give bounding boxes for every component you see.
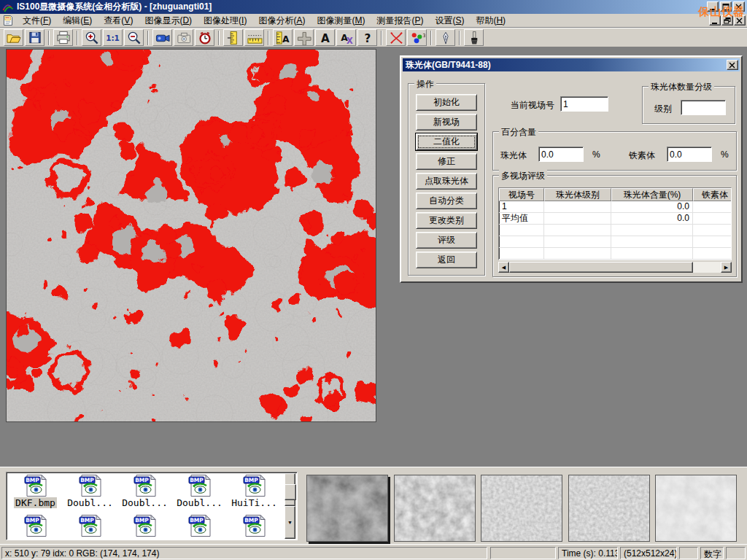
table-row-1[interactable]: 平均值0.0 bbox=[499, 213, 731, 225]
ferrite-percent-input[interactable] bbox=[667, 147, 712, 162]
dialog-close-button[interactable] bbox=[727, 60, 738, 70]
mdi-restore-button[interactable] bbox=[721, 15, 733, 26]
file-item-1[interactable]: BMP Doubl... bbox=[63, 474, 117, 508]
pen-button[interactable] bbox=[436, 29, 455, 46]
file-item-4[interactable]: BMP HuiTi... bbox=[227, 474, 282, 508]
op-button-2[interactable]: 二值化 bbox=[416, 133, 477, 150]
scroll-down-button[interactable]: ▼ bbox=[285, 506, 295, 539]
table-row-4[interactable] bbox=[499, 248, 731, 260]
file-item-row2-1[interactable]: BMP bbox=[63, 514, 117, 537]
menu-item-1[interactable]: 编辑(E) bbox=[57, 14, 98, 28]
thumbnail-4[interactable] bbox=[568, 475, 650, 542]
text-button[interactable]: A bbox=[315, 29, 335, 46]
actual-size-button[interactable]: 1:1 bbox=[103, 29, 123, 46]
video-camera-button[interactable] bbox=[152, 29, 172, 46]
open-button[interactable] bbox=[4, 29, 23, 46]
status-dimensions: (512x512x24) bbox=[620, 547, 677, 559]
save-button[interactable] bbox=[25, 29, 44, 46]
multifield-group: 多视场评级 视场号珠光体级别珠光体含量(%)铁素体 10.0平均值0.0 ◀ ▶ bbox=[492, 175, 737, 277]
file-item-2[interactable]: BMP Doubl... bbox=[117, 474, 172, 508]
maximize-button[interactable] bbox=[720, 1, 732, 12]
column-header-2[interactable]: 珠光体含量(%) bbox=[611, 188, 693, 201]
grading-table-body: 10.0平均值0.0 bbox=[499, 201, 731, 260]
column-header-1[interactable]: 珠光体级别 bbox=[544, 188, 611, 201]
file-item-row2-2[interactable]: BMP bbox=[117, 514, 172, 537]
op-button-4[interactable]: 点取珠光体 bbox=[416, 173, 477, 190]
menu-item-4[interactable]: 图像处理(I) bbox=[198, 14, 252, 28]
table-row-0[interactable]: 10.0 bbox=[499, 201, 731, 213]
table-row-3[interactable] bbox=[499, 236, 731, 248]
file-item-0[interactable]: BMP DKF.bmp bbox=[8, 474, 63, 508]
minimize-button[interactable] bbox=[707, 1, 719, 12]
mdi-close-button[interactable] bbox=[734, 15, 746, 26]
vscroll-thumb[interactable] bbox=[285, 484, 296, 500]
menu-item-8[interactable]: 设置(S) bbox=[429, 14, 470, 28]
svg-text:BMP: BMP bbox=[80, 517, 94, 524]
pearlite-percent-input[interactable] bbox=[538, 147, 584, 162]
hscroll-track[interactable] bbox=[693, 262, 721, 273]
file-item-row2-3[interactable]: BMP bbox=[172, 514, 227, 537]
thumbnail-2[interactable] bbox=[394, 475, 476, 542]
print-button[interactable] bbox=[53, 29, 73, 46]
mdi-minimize-button[interactable] bbox=[709, 15, 721, 26]
toolbar-separator bbox=[430, 31, 432, 45]
menu-item-7[interactable]: 测量报告(P) bbox=[371, 14, 429, 28]
bmp-file-icon: BMP bbox=[133, 514, 158, 537]
op-button-7[interactable]: 评级 bbox=[416, 232, 477, 249]
menu-item-6[interactable]: 图像测量(M) bbox=[311, 14, 371, 28]
zoom-out-button[interactable] bbox=[124, 29, 144, 46]
file-item-row2-4[interactable]: BMP bbox=[227, 514, 282, 537]
brush-button[interactable] bbox=[464, 29, 484, 46]
brush-icon bbox=[466, 31, 482, 45]
op-button-0[interactable]: 初始化 bbox=[416, 94, 477, 111]
scroll-right-button[interactable]: ▶ bbox=[721, 262, 732, 273]
file-item-row2-0[interactable]: BMP bbox=[8, 514, 63, 537]
table-hscrollbar[interactable]: ◀ ▶ bbox=[498, 262, 732, 273]
op-button-8[interactable]: 返回 bbox=[416, 252, 477, 268]
dialog-title-bar[interactable]: 珠光体(GB/T9441-88) bbox=[403, 58, 740, 71]
move-button[interactable] bbox=[294, 29, 314, 46]
classify-dots-button[interactable]: 3 bbox=[407, 29, 427, 46]
caliper-button[interactable] bbox=[223, 29, 243, 46]
text-style-button[interactable]: AX bbox=[336, 29, 356, 46]
caliper-icon bbox=[225, 31, 241, 45]
measure-text-button[interactable]: A bbox=[273, 29, 293, 46]
menu-item-5[interactable]: 图像分析(A) bbox=[252, 14, 311, 28]
column-header-0[interactable]: 视场号 bbox=[499, 188, 544, 201]
op-button-5[interactable]: 自动分类 bbox=[416, 192, 477, 209]
op-button-1[interactable]: 新视场 bbox=[416, 114, 477, 131]
micrograph-canvas[interactable] bbox=[6, 49, 376, 422]
op-button-3[interactable]: 修正 bbox=[416, 153, 477, 170]
hscroll-thumb[interactable] bbox=[509, 262, 693, 273]
menu-item-0[interactable]: 文件(F) bbox=[17, 14, 57, 28]
delete-mark-button[interactable] bbox=[386, 29, 406, 46]
toolbar-separator bbox=[459, 31, 460, 45]
menu-item-3[interactable]: 图像显示(D) bbox=[139, 14, 198, 28]
svg-text:BMP: BMP bbox=[244, 517, 258, 524]
op-button-6[interactable]: 更改类别 bbox=[416, 212, 477, 229]
scroll-left-button[interactable]: ◀ bbox=[498, 262, 509, 273]
zoom-in-button[interactable] bbox=[82, 29, 101, 46]
menu-item-9[interactable]: 帮助(H) bbox=[470, 14, 511, 28]
snapshot-button[interactable] bbox=[174, 29, 193, 46]
status-empty-3 bbox=[726, 547, 746, 559]
table-row-2[interactable] bbox=[499, 225, 731, 236]
measure-text-icon: A bbox=[275, 31, 291, 45]
thumbnail-3[interactable] bbox=[481, 475, 562, 542]
svg-text:?: ? bbox=[364, 32, 371, 45]
timer-button[interactable] bbox=[195, 29, 214, 46]
ruler-button[interactable] bbox=[244, 29, 264, 46]
operation-buttons: 初始化新视场二值化修正点取珠光体自动分类更改类别评级返回 bbox=[409, 84, 484, 268]
thumbnail-5[interactable] bbox=[655, 475, 737, 542]
thumbnail-1[interactable] bbox=[306, 475, 388, 542]
grade-level-input[interactable] bbox=[681, 100, 726, 115]
column-header-3[interactable]: 铁素体 bbox=[693, 188, 732, 201]
file-item-3[interactable]: BMP Doubl... bbox=[172, 474, 227, 508]
help-button[interactable]: ? bbox=[357, 29, 377, 46]
file-list-scrollbar[interactable]: ▲ ▼ bbox=[285, 473, 296, 539]
current-field-input[interactable] bbox=[560, 96, 608, 112]
table-cell bbox=[611, 248, 693, 259]
table-cell bbox=[499, 225, 544, 236]
close-button[interactable] bbox=[733, 1, 745, 12]
menu-item-2[interactable]: 查看(V) bbox=[98, 14, 139, 28]
